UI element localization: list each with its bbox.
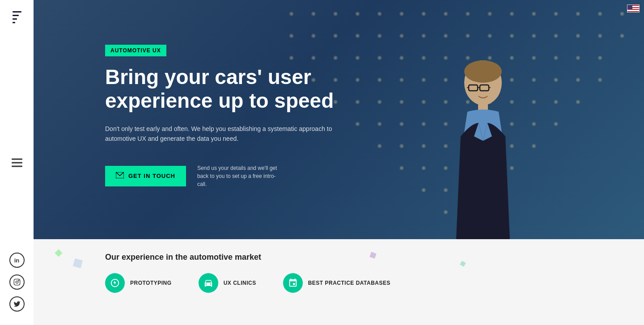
- svg-point-41: [421, 56, 426, 60]
- svg-point-108: [464, 60, 502, 83]
- svg-point-8: [399, 12, 404, 16]
- services-row: PROTOTYPING UX CLINICS BEST PRACTI: [105, 273, 572, 293]
- svg-point-5: [333, 12, 338, 16]
- instagram-icon[interactable]: [9, 274, 25, 290]
- confetti-blue: [73, 258, 83, 268]
- svg-point-49: [597, 56, 602, 60]
- svg-point-79: [421, 122, 426, 126]
- flag-canton: [627, 5, 632, 9]
- svg-point-48: [576, 56, 580, 60]
- ux-clinics-label: UX CLINICS: [224, 280, 256, 286]
- svg-point-88: [421, 144, 426, 148]
- svg-point-60: [532, 78, 536, 82]
- sidebar: in: [0, 0, 34, 325]
- svg-point-32: [576, 34, 580, 38]
- svg-point-24: [399, 34, 404, 38]
- language-flag[interactable]: [627, 4, 640, 13]
- confetti-green: [55, 249, 63, 257]
- logo-line-3: [13, 18, 17, 20]
- svg-point-30: [532, 34, 536, 38]
- svg-point-47: [554, 56, 558, 60]
- svg-point-4: [311, 12, 316, 16]
- hero-badge: AUTOMOTIVE UX: [105, 45, 166, 56]
- hero-content: AUTOMOTIVE UX Bring your cars' user expe…: [105, 45, 373, 188]
- get-in-touch-button[interactable]: GET IN TOUCH: [105, 166, 186, 186]
- svg-point-95: [421, 166, 426, 170]
- svg-point-16: [576, 12, 580, 16]
- logo-line-4: [13, 22, 15, 23]
- twitter-icon[interactable]: [9, 296, 25, 312]
- svg-point-66: [377, 100, 382, 104]
- logo-line-1: [13, 11, 21, 13]
- bottom-section-title: Our experience in the automotive market: [105, 253, 572, 262]
- svg-point-100: [421, 188, 426, 192]
- cta-row: GET IN TOUCH Send us your details and we…: [105, 164, 373, 188]
- svg-point-63: [597, 78, 602, 82]
- svg-point-9: [421, 12, 426, 16]
- flag-stripe: [627, 11, 639, 12]
- cta-subtext: Send us your details and we'll get back …: [197, 164, 278, 188]
- svg-point-13: [509, 12, 514, 16]
- svg-point-10: [443, 12, 448, 16]
- svg-point-7: [377, 12, 382, 16]
- logo[interactable]: [10, 9, 24, 25]
- svg-point-26: [443, 34, 448, 38]
- hamburger-line-2: [12, 162, 22, 163]
- person-svg: [434, 51, 532, 239]
- svg-point-93: [532, 144, 536, 148]
- svg-point-11: [466, 12, 470, 16]
- svg-point-6: [355, 12, 360, 16]
- main-content: AUTOMOTIVE UX Bring your cars' user expe…: [34, 0, 644, 325]
- svg-point-1: [16, 281, 18, 283]
- hero-description: Don't only test early and often. We help…: [105, 124, 338, 144]
- service-prototyping[interactable]: PROTOTYPING: [105, 273, 172, 293]
- svg-point-85: [554, 122, 558, 126]
- hamburger-line-3: [12, 165, 22, 167]
- logo-line-2: [13, 15, 19, 16]
- hamburger-icon[interactable]: [7, 154, 27, 171]
- person-image: [434, 51, 532, 239]
- social-links: in: [9, 253, 25, 312]
- hamburger-line-1: [12, 158, 22, 160]
- service-best-practice[interactable]: BEST PRACTICE DATABASES: [283, 273, 390, 293]
- svg-point-27: [466, 34, 470, 38]
- svg-point-46: [532, 56, 536, 60]
- svg-rect-0: [14, 279, 20, 285]
- svg-point-22: [355, 34, 360, 38]
- svg-point-34: [620, 34, 624, 38]
- svg-point-78: [399, 122, 404, 126]
- svg-point-75: [576, 100, 580, 104]
- svg-point-21: [333, 34, 338, 38]
- hamburger-menu[interactable]: [7, 154, 27, 171]
- svg-point-2: [18, 280, 19, 281]
- svg-point-12: [487, 12, 492, 16]
- svg-point-20: [311, 34, 316, 38]
- svg-point-25: [421, 34, 426, 38]
- bottom-section: Our experience in the automotive market …: [34, 239, 644, 325]
- svg-point-53: [377, 78, 382, 82]
- service-ux-clinics[interactable]: UX CLINICS: [199, 273, 256, 293]
- svg-point-18: [620, 12, 624, 16]
- linkedin-icon[interactable]: in: [9, 253, 25, 268]
- database-tree-icon: [288, 278, 298, 288]
- svg-point-15: [554, 12, 558, 16]
- cta-button-label: GET IN TOUCH: [128, 173, 175, 179]
- svg-point-61: [554, 78, 558, 82]
- svg-point-31: [554, 34, 558, 38]
- prototyping-label: PROTOTYPING: [130, 280, 172, 286]
- svg-point-62: [576, 78, 580, 82]
- svg-point-40: [399, 56, 404, 60]
- svg-point-87: [399, 144, 404, 148]
- svg-point-54: [399, 78, 404, 82]
- svg-point-74: [554, 100, 558, 104]
- svg-point-39: [377, 56, 382, 60]
- svg-point-23: [377, 34, 382, 38]
- svg-point-86: [377, 144, 382, 148]
- svg-point-77: [377, 122, 382, 126]
- svg-point-94: [399, 166, 404, 170]
- prototyping-icon-circle: [105, 273, 125, 293]
- hero-title: Bring your cars' user experience up to s…: [105, 65, 373, 113]
- logo-icon: [10, 9, 24, 25]
- svg-point-73: [532, 100, 536, 104]
- best-practice-icon-circle: [283, 273, 303, 293]
